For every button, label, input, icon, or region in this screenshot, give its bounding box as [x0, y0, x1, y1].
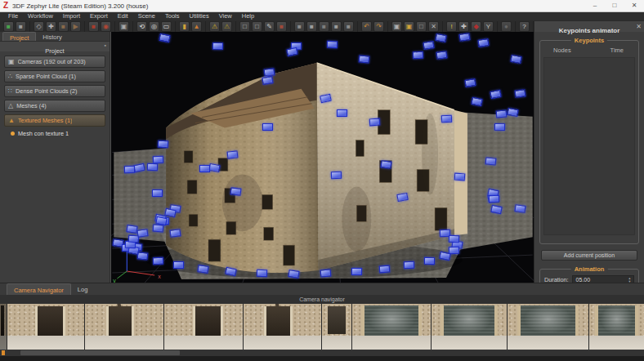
camera-thumbnail[interactable] — [508, 304, 588, 350]
camera-frustum-marker[interactable] — [330, 171, 341, 178]
import-icon[interactable]: ■ — [58, 21, 69, 32]
camera-frustum-marker[interactable] — [164, 207, 177, 216]
camera-frustum-marker[interactable] — [510, 55, 521, 64]
camera-frustum-marker[interactable] — [494, 123, 505, 131]
menu-import[interactable]: Import — [58, 12, 85, 20]
camera-frustum-marker[interactable] — [380, 160, 391, 169]
export-icon[interactable]: ▶ — [70, 21, 81, 32]
camera-frustum-marker[interactable] — [449, 235, 459, 243]
camera-frustum-marker[interactable] — [286, 47, 298, 56]
view-mode-5-icon[interactable]: ■ — [343, 21, 354, 32]
tree-item-sparse-point-cloud[interactable]: ∴Sparse Point Cloud (1) — [4, 70, 105, 82]
camera-frustum-marker[interactable] — [454, 172, 466, 180]
clipping-icon[interactable]: □ — [416, 21, 427, 32]
warning-icon[interactable]: ⚠ — [209, 21, 220, 32]
control-point-icon[interactable]: ◉ — [101, 21, 111, 32]
delete-box-icon[interactable]: ■ — [88, 21, 99, 32]
camera-frustum-marker[interactable] — [153, 257, 163, 265]
tab-project[interactable]: Project — [2, 32, 36, 41]
camera-thumbnail[interactable] — [589, 304, 644, 350]
lock-icon[interactable]: ▮ — [179, 21, 190, 32]
warning-small-icon[interactable]: ⚠ — [221, 21, 232, 32]
zoom-extents-icon[interactable]: ▣ — [404, 21, 414, 32]
flag-icon[interactable]: ◆ — [471, 21, 481, 32]
camera-frustum-marker[interactable] — [485, 158, 497, 166]
camera-frustum-marker[interactable] — [424, 257, 435, 265]
rotate-icon[interactable]: ◎ — [149, 21, 159, 32]
camera-frustum-marker[interactable] — [327, 41, 338, 48]
camera-frustum-marker[interactable] — [262, 123, 273, 131]
tree-item-meshes[interactable]: △Meshes (4) — [4, 100, 105, 112]
camera-frustum-marker[interactable] — [264, 68, 275, 76]
pin-icon[interactable]: ▪ — [105, 42, 106, 48]
camera-frustum-marker[interactable] — [489, 195, 499, 203]
menu-tools[interactable]: Tools — [160, 12, 185, 20]
camera-frustum-marker[interactable] — [173, 261, 184, 269]
camera-thumbnail[interactable] — [244, 304, 321, 350]
menu-utilities[interactable]: Utilities — [184, 12, 213, 20]
camera-frustum-marker[interactable] — [337, 109, 347, 117]
menu-edit[interactable]: Edit — [113, 12, 133, 20]
pan-icon[interactable]: ▭ — [161, 21, 172, 32]
menu-scene[interactable]: Scene — [133, 12, 160, 20]
lasso-icon[interactable]: ✎ — [264, 21, 275, 32]
camera-thumbnail[interactable] — [322, 304, 352, 350]
camera-frustum-marker[interactable] — [379, 265, 391, 273]
tree-item-cameras[interactable]: ▣Cameras (192 out of 203) — [4, 56, 105, 68]
camera-frustum-marker[interactable] — [465, 78, 476, 87]
camera-frustum-marker[interactable] — [515, 89, 526, 98]
camera-thumbnail[interactable] — [352, 304, 431, 350]
camera-frustum-marker[interactable] — [126, 225, 137, 234]
camera-frustum-marker[interactable] — [197, 265, 208, 274]
camera-frustum-marker[interactable] — [169, 229, 181, 238]
menu-help[interactable]: Help — [237, 12, 259, 20]
camera-frustum-marker[interactable] — [320, 270, 332, 278]
camera-frustum-marker[interactable] — [137, 252, 149, 260]
select-icon[interactable]: ◇ — [34, 21, 44, 32]
redo-icon[interactable]: ↷ — [373, 21, 384, 32]
branch-icon[interactable]: Y — [483, 21, 494, 32]
camera-thumbnail[interactable] — [0, 304, 7, 350]
cloud-icon[interactable]: ● — [501, 21, 512, 32]
camera-frustum-marker[interactable] — [153, 156, 163, 164]
delete-icon[interactable]: ✕ — [428, 21, 439, 32]
alert-icon[interactable]: ! — [446, 21, 457, 32]
tree-sub-item-mesh-con-texture[interactable]: Mesh con texture 1 — [11, 130, 105, 137]
undo-icon[interactable]: ↶ — [361, 21, 372, 32]
camera-frustum-marker[interactable] — [423, 41, 435, 50]
camera-frustum-marker[interactable] — [158, 140, 168, 149]
camera-frustum-marker[interactable] — [369, 118, 381, 127]
camera-thumbnail[interactable] — [7, 304, 84, 350]
keypoints-list[interactable] — [543, 57, 635, 235]
camera-frustum-marker[interactable] — [477, 38, 489, 47]
view-mode-3-icon[interactable]: ■ — [319, 21, 329, 32]
erase-icon[interactable]: ■ — [276, 21, 287, 32]
camera-frustum-marker[interactable] — [507, 108, 518, 117]
camera-frustum-marker[interactable] — [412, 51, 423, 60]
camera-frustum-marker[interactable] — [199, 165, 210, 172]
axes-icon[interactable]: ✚ — [458, 21, 469, 32]
help-icon[interactable]: ? — [519, 21, 530, 32]
camera-thumbnail[interactable] — [85, 304, 163, 350]
camera-frustum-marker[interactable] — [436, 51, 447, 60]
view-mode-4-icon[interactable]: ■ — [331, 21, 342, 32]
tab-log[interactable]: Log — [71, 283, 95, 295]
menu-view[interactable]: View — [214, 12, 237, 20]
camera-frustum-marker[interactable] — [227, 150, 239, 158]
tree-item-textured-meshes[interactable]: ▲Textured Meshes (1) — [4, 114, 105, 127]
camera-frustum-marker[interactable] — [152, 189, 163, 197]
camera-frustum-marker[interactable] — [124, 165, 135, 172]
camera-frustum-marker[interactable] — [459, 33, 471, 42]
open-project-icon[interactable]: ■ — [16, 21, 26, 32]
camera-frustum-marker[interactable] — [212, 42, 222, 50]
camera-frustum-marker[interactable] — [288, 270, 299, 279]
camera-frustum-marker[interactable] — [491, 204, 503, 213]
maximize-button[interactable]: □ — [605, 0, 624, 11]
zoom-selection-icon[interactable]: ▣ — [391, 21, 402, 32]
thumbnail-scrollbar[interactable] — [0, 350, 644, 356]
menu-workflow[interactable]: Workflow — [23, 12, 58, 20]
tab-history[interactable]: History — [36, 32, 68, 41]
tree-item-dense-point-clouds[interactable]: ∷Dense Point Clouds (2) — [4, 85, 105, 97]
camera-frustum-marker[interactable] — [490, 89, 501, 98]
orbit-icon[interactable]: ⟲ — [136, 21, 147, 32]
